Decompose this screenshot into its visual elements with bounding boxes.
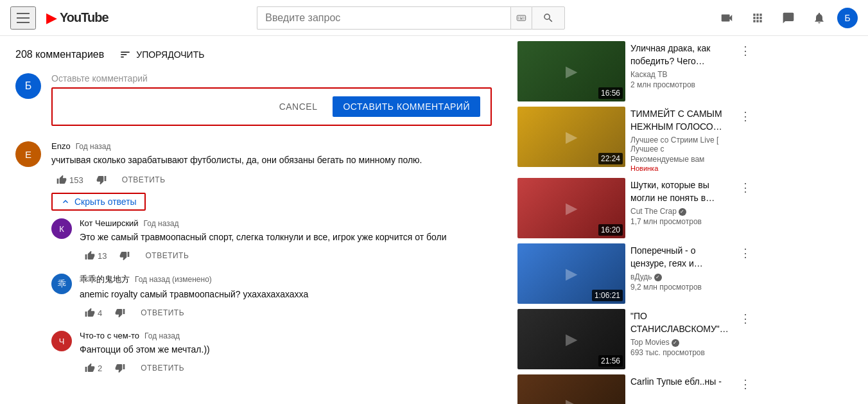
video-meta: 2 млн просмотров — [630, 80, 729, 89]
reply-like-button[interactable]: 4 — [80, 305, 107, 321]
reply-dislike-button[interactable] — [110, 360, 130, 376]
reply-meta: Что-то с чем-то Год назад — [80, 331, 492, 340]
reply-like-button[interactable]: 2 — [80, 360, 107, 376]
video-title: Шутки, которые вы могли не понять в филь… — [630, 179, 729, 204]
apps-button[interactable] — [745, 5, 770, 31]
comment-placeholder: Оставьте комментарий — [51, 73, 492, 83]
sidebar-video[interactable]: ▶ 16:56 Уличная драка, как победить? Чег… — [517, 41, 755, 101]
comments-header: 208 комментариев УПОРЯДОЧИТЬ — [15, 49, 492, 60]
reply-avatar: 乖 — [51, 274, 72, 294]
reply-like-button[interactable]: 13 — [80, 248, 112, 263]
comment-content: Enzo Год назад учитывая сколько зарабаты… — [51, 141, 492, 386]
hamburger-menu-button[interactable] — [10, 6, 36, 30]
reply-content: Что-то с чем-то Год назад Фантоцци об эт… — [80, 331, 492, 376]
submit-comment-button[interactable]: ОСТАВИТЬ КОММЕНТАРИЙ — [333, 96, 480, 117]
search-input[interactable] — [257, 6, 510, 30]
svg-rect-3 — [522, 17, 523, 17]
video-meta: Рекомендуемые вамНовинка — [630, 155, 729, 173]
sidebar-video[interactable]: ▶ 21:56 "ПО СТАНИСЛАВСКОМУ" - 10 АКТЕРОВ… — [517, 309, 755, 369]
video-duration: 1:06:21 — [592, 290, 623, 301]
video-more-button[interactable]: ⋮ — [740, 178, 755, 238]
reply-author: Кот Чеширский — [80, 218, 139, 228]
video-more-button[interactable]: ⋮ — [740, 309, 755, 369]
video-more-button[interactable]: ⋮ — [740, 41, 755, 101]
like-button[interactable]: 153 — [51, 172, 89, 188]
youtube-logo[interactable]: ▶ YouTube — [46, 10, 108, 26]
dislike-button[interactable] — [91, 172, 112, 188]
reply-avatar: Ч — [51, 331, 72, 351]
comment-meta: Enzo Год назад — [51, 141, 492, 151]
comment-author: Enzo — [51, 141, 71, 151]
reply-reply-button[interactable]: ОТВЕТИТЬ — [135, 361, 189, 375]
like-count: 153 — [69, 175, 83, 185]
reply-meta: 乖乖的鬼地方 Год назад (изменено) — [80, 274, 492, 285]
svg-rect-5 — [519, 18, 519, 19]
reply-item: К Кот Чеширский Год назад Это же самый т… — [51, 218, 492, 263]
reply-reply-button[interactable]: ОТВЕТИТЬ — [135, 306, 189, 320]
reply-actions: 2 ОТВЕТИТЬ — [80, 360, 492, 376]
reply-text: Фантоцци об этом же мечтал.)) — [80, 343, 492, 356]
sort-button[interactable]: УПОРЯДОЧИТЬ — [119, 49, 204, 60]
reply-like-count: 13 — [98, 251, 107, 261]
video-meta: 693 тыс. просмотров — [630, 348, 729, 357]
video-thumbnail: ▶ — [517, 374, 625, 404]
comment-text: учитывая сколько зарабатывают футболисты… — [51, 154, 492, 167]
reply-actions: 4 ОТВЕТИТЬ — [80, 305, 492, 321]
video-more-button[interactable]: ⋮ — [740, 107, 755, 173]
video-channel: Cut The Crap✓ — [630, 207, 729, 216]
reply-button[interactable]: ОТВЕТИТЬ — [117, 173, 171, 187]
comments-list: E Enzo Год назад учитывая сколько зараба… — [15, 141, 492, 386]
video-duration: 22:24 — [598, 153, 623, 164]
svg-rect-7 — [524, 18, 525, 19]
reply-like-count: 2 — [98, 364, 102, 373]
video-more-button[interactable]: ⋮ — [740, 374, 755, 404]
main-container: 208 комментариев УПОРЯДОЧИТЬ Б Оставьте … — [0, 36, 868, 404]
reply-author: Что-то с чем-то — [80, 331, 139, 340]
thumb-inner: ▶ — [517, 374, 625, 404]
user-avatar-button[interactable]: Б — [837, 8, 858, 28]
video-title: Поперечный - о цензуре, геях и чувствах … — [630, 245, 729, 270]
sidebar: ▶ 16:56 Уличная драка, как победить? Чег… — [507, 36, 765, 404]
sidebar-video[interactable]: ▶ 22:24 ТИММЕЙТ С САМЫМ НЕЖНЫМ ГОЛОСОМ В… — [517, 107, 755, 173]
reply-item: 乖 乖乖的鬼地方 Год назад (изменено) anemic roy… — [51, 274, 492, 321]
reply-text: anemic royalty самый травмоопасный? ухах… — [80, 288, 492, 301]
sidebar-video[interactable]: ▶ 1:06:21 Поперечный - о цензуре, геях и… — [517, 243, 755, 304]
svg-rect-4 — [524, 17, 525, 17]
cancel-button[interactable]: CANCEL — [269, 96, 328, 117]
video-channel: Top Movies✓ — [630, 338, 729, 347]
video-channel: вДудь✓ — [630, 272, 729, 281]
reply-time: Год назад (изменено) — [135, 275, 212, 284]
current-user-avatar: Б — [15, 73, 41, 99]
reply-dislike-button[interactable] — [114, 248, 135, 263]
video-more-button[interactable]: ⋮ — [740, 243, 755, 304]
keyboard-button[interactable] — [510, 6, 532, 30]
comments-count: 208 комментариев — [15, 49, 104, 60]
video-meta: 1,7 млн просмотров — [630, 217, 729, 226]
yt-logo-icon: ▶ — [46, 10, 57, 26]
header-search — [108, 6, 714, 30]
create-button[interactable] — [714, 5, 740, 31]
video-info: Шутки, которые вы могли не понять в филь… — [630, 178, 734, 238]
comment-actions: 153 ОТВЕТИТЬ — [51, 172, 492, 188]
notifications-button[interactable] — [806, 5, 832, 31]
reply-dislike-button[interactable] — [110, 305, 130, 321]
video-title: ТИММЕЙТ С САМЫМ НЕЖНЫМ ГОЛОСОМ В МИРЕ || — [630, 108, 729, 133]
video-thumbnail: ▶ 22:24 — [517, 107, 625, 167]
video-title: Уличная драка, как победить? Чего НЕЛЬЗЯ… — [630, 42, 729, 67]
comment-avatar: E — [15, 141, 41, 167]
hide-replies-button[interactable]: Скрыть ответы — [51, 193, 146, 211]
reply-time: Год назад — [144, 331, 180, 340]
messages-button[interactable] — [776, 5, 801, 31]
reply-reply-button[interactable]: ОТВЕТИТЬ — [140, 249, 194, 263]
header-left: ▶ YouTube — [10, 6, 108, 30]
sidebar-video[interactable]: ▶ Carlin Тупые ебл..ны - ⋮ — [517, 374, 755, 404]
video-duration: 21:56 — [598, 355, 623, 367]
video-info: Поперечный - о цензуре, геях и чувствах … — [630, 243, 734, 304]
replies-section: Скрыть ответы К Кот Чеширский Год назад … — [51, 193, 492, 376]
sidebar-video[interactable]: ▶ 16:20 Шутки, которые вы могли не понят… — [517, 178, 755, 238]
search-button[interactable] — [532, 6, 565, 30]
video-info: Carlin Тупые ебл..ны - — [630, 374, 734, 404]
reply-meta: Кот Чеширский Год назад — [80, 218, 492, 228]
reply-content: Кот Чеширский Год назад Это же самый тра… — [80, 218, 492, 263]
svg-rect-1 — [519, 17, 519, 17]
